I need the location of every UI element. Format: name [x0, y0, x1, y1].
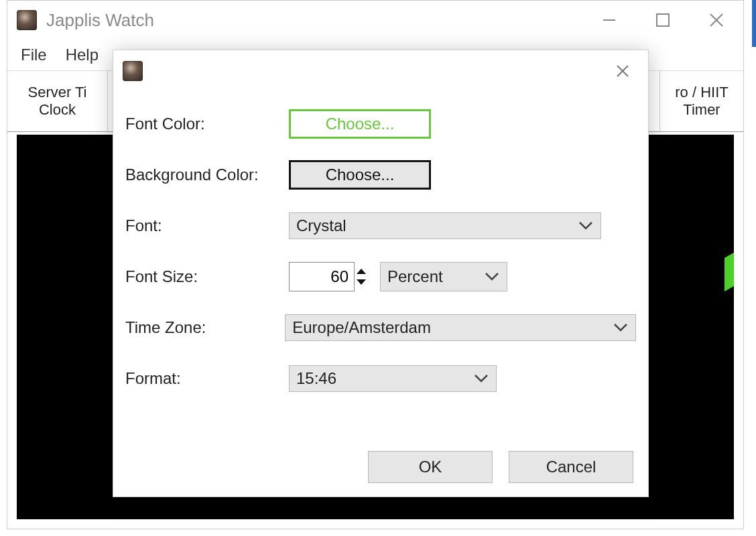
window-edge-accent — [752, 0, 756, 47]
row-font: Font: Crystal — [125, 200, 636, 251]
label-font: Font: — [125, 216, 289, 235]
dropdown-value: 15:46 — [296, 369, 468, 388]
format-dropdown[interactable]: 15:46 — [289, 365, 497, 392]
row-font-color: Font Color: Choose... — [125, 98, 636, 149]
settings-dialog: Font Color: Choose... Background Color: … — [113, 50, 649, 497]
tab-label-line1: Server Ti — [27, 84, 86, 101]
choose-font-color-button[interactable]: Choose... — [289, 109, 431, 139]
dialog-body: Font Color: Choose... Background Color: … — [113, 92, 648, 404]
close-icon — [708, 12, 724, 28]
tab-label-line2: Timer — [683, 101, 720, 119]
label-font-color: Font Color: — [125, 115, 289, 133]
dialog-footer: OK Cancel — [368, 451, 633, 483]
dialog-app-icon — [123, 61, 143, 81]
label-bg-color: Background Color: — [125, 165, 289, 184]
row-bg-color: Background Color: Choose... — [125, 149, 636, 200]
chevron-down-icon — [578, 220, 594, 231]
ok-button[interactable]: OK — [368, 451, 493, 483]
app-icon — [17, 10, 37, 30]
dropdown-value: Europe/Amsterdam — [292, 318, 607, 337]
menu-file[interactable]: File — [11, 42, 56, 68]
button-label: OK — [419, 458, 442, 476]
row-time-zone: Time Zone: Europe/Amsterdam — [125, 302, 636, 353]
dropdown-value: Crystal — [296, 216, 572, 235]
triangle-up-icon — [356, 268, 367, 275]
button-label: Choose... — [326, 165, 395, 184]
time-zone-dropdown[interactable]: Europe/Amsterdam — [285, 314, 636, 341]
label-format: Format: — [125, 369, 289, 388]
chevron-down-icon — [473, 373, 489, 384]
font-size-unit-dropdown[interactable]: Percent — [380, 262, 507, 291]
dropdown-value: Percent — [387, 267, 479, 286]
font-size-input[interactable] — [289, 262, 355, 291]
tab-label-line1: ro / HIIT — [675, 84, 728, 101]
choose-bg-color-button[interactable]: Choose... — [289, 160, 431, 190]
label-time-zone: Time Zone: — [125, 318, 285, 337]
menu-help[interactable]: Help — [56, 42, 108, 68]
triangle-down-icon — [356, 279, 367, 285]
button-label: Cancel — [546, 458, 596, 476]
chevron-down-icon — [613, 322, 629, 333]
minimize-button[interactable] — [582, 1, 636, 40]
font-size-spinner — [289, 262, 368, 291]
maximize-icon — [655, 13, 670, 27]
font-dropdown[interactable]: Crystal — [289, 212, 601, 239]
close-button[interactable] — [690, 1, 743, 40]
minimize-icon — [602, 13, 617, 27]
row-font-size: Font Size: Percent — [125, 251, 636, 302]
close-icon — [615, 64, 630, 78]
dialog-titlebar — [113, 50, 648, 92]
window-title: Japplis Watch — [46, 10, 582, 31]
spinner-down-button[interactable] — [355, 277, 368, 287]
dialog-close-button[interactable] — [603, 54, 643, 88]
maximize-button[interactable] — [636, 1, 690, 40]
tab-server-time-clock[interactable]: Server Ti Clock — [7, 71, 108, 131]
svg-marker-7 — [357, 279, 366, 285]
svg-marker-6 — [357, 269, 366, 274]
tab-label-line2: Clock — [39, 101, 76, 119]
tab-pomodoro-hiit-timer[interactable]: ro / HIIT Timer — [659, 71, 743, 131]
chevron-down-icon — [484, 271, 500, 282]
svg-rect-1 — [657, 14, 669, 26]
spinner-up-button[interactable] — [355, 266, 368, 277]
row-format: Format: 15:46 — [125, 353, 636, 404]
clock-digit-fragment — [724, 253, 734, 291]
titlebar: Japplis Watch — [7, 1, 743, 40]
button-label: Choose... — [326, 115, 395, 133]
label-font-size: Font Size: — [125, 267, 289, 286]
cancel-button[interactable]: Cancel — [509, 451, 633, 483]
